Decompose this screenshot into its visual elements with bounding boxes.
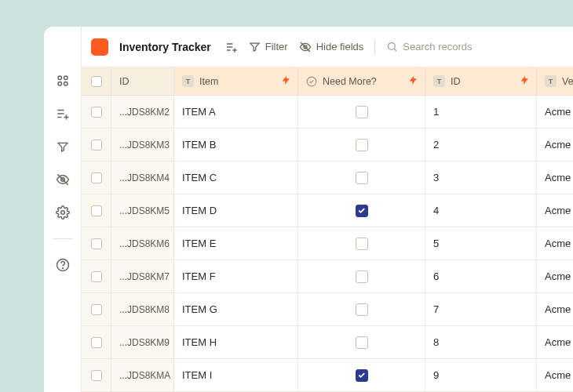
header-need-more[interactable]: Need More? [298,67,425,95]
cell-vendor[interactable]: Acme [537,194,573,227]
cell-id[interactable]: ...JDS8KM6 [111,227,174,260]
table-row[interactable]: ...JDS8KM2ITEM A1Acme [82,96,573,129]
add-row-button[interactable] [225,41,238,53]
need-checkbox[interactable] [356,106,368,118]
cell-vendor[interactable]: Acme [537,260,573,292]
cell-vendor[interactable]: Acme [537,359,573,391]
row-checkbox[interactable] [82,260,111,292]
table-row[interactable]: ...JDS8KM6ITEM E5Acme [82,227,573,260]
cell-id2[interactable]: 8 [425,326,537,358]
cell-id2[interactable]: 6 [425,260,537,292]
table-row[interactable]: ...JDS8KM7ITEM F6Acme [82,260,573,293]
add-row-icon[interactable] [56,107,70,121]
app-logo[interactable] [91,38,108,56]
cell-need-more[interactable] [298,359,425,391]
cell-item[interactable]: ITEM D [174,194,298,227]
need-checkbox[interactable] [356,369,368,382]
apps-icon[interactable] [56,74,70,88]
svg-point-21 [389,43,396,50]
help-icon[interactable] [56,258,70,272]
table-row[interactable]: ...JDS8KMAITEM I9Acme [82,359,573,392]
cell-item[interactable]: ITEM A [174,96,298,128]
cell-id2[interactable]: 4 [425,194,537,227]
cell-need-more[interactable] [298,194,425,227]
cell-id2[interactable]: 9 [425,359,537,391]
table-row[interactable]: ...JDS8KM3ITEM B2Acme [82,129,573,162]
table-row[interactable]: ...JDS8KM8ITEM G7Acme [82,293,573,326]
need-checkbox[interactable] [356,303,368,316]
cell-item[interactable]: ITEM E [174,227,298,260]
table-row[interactable]: ...JDS8KM4ITEM C3Acme [82,162,573,194]
row-checkbox[interactable] [82,96,111,128]
cell-item[interactable]: ITEM G [174,293,298,325]
cell-id[interactable]: ...JDS8KM3 [111,129,174,161]
row-checkbox[interactable] [82,194,111,227]
cell-need-more[interactable] [298,293,425,325]
need-checkbox[interactable] [356,205,368,217]
checkbox-icon [91,107,102,118]
row-checkbox[interactable] [82,227,111,260]
header-checkbox[interactable] [82,67,111,95]
search-input[interactable]: Search records [386,41,472,53]
header-item[interactable]: T Item [174,67,298,95]
header-vendor[interactable]: T Ve [537,67,573,95]
cell-need-more[interactable] [298,260,425,292]
row-checkbox[interactable] [82,162,111,194]
cell-vendor[interactable]: Acme [537,162,573,194]
cell-item[interactable]: ITEM C [174,162,298,194]
cell-id[interactable]: ...JDS8KM9 [111,326,174,358]
cell-item[interactable]: ITEM F [174,260,298,292]
cell-vendor[interactable]: Acme [537,96,573,128]
cell-id[interactable]: ...JDS8KM8 [111,293,174,325]
cell-need-more[interactable] [298,96,425,128]
cell-need-more[interactable] [298,227,425,260]
cell-need-more[interactable] [298,129,425,161]
cell-id[interactable]: ...JDS8KM2 [111,96,174,128]
cell-id2[interactable]: 3 [425,162,537,194]
filter-button[interactable]: Filter [249,41,288,53]
hide-icon[interactable] [56,172,70,187]
need-checkbox[interactable] [356,172,368,184]
cell-id2[interactable]: 7 [425,293,537,325]
cell-id[interactable]: ...JDS8KMA [111,359,174,391]
table-row[interactable]: ...JDS8KM5ITEM D4Acme [82,194,573,227]
checkbox-icon [91,304,102,315]
cell-vendor[interactable]: Acme [537,293,573,325]
data-grid: ID T Item Need More? [82,67,573,392]
text-type-icon: T [545,75,557,87]
need-checkbox[interactable] [356,270,368,283]
cell-item[interactable]: ITEM H [174,326,298,358]
hide-fields-button[interactable]: Hide fields [299,41,364,53]
cell-id[interactable]: ...JDS8KM5 [111,194,174,227]
cell-item[interactable]: ITEM B [174,129,298,161]
cell-vendor[interactable]: Acme [537,129,573,161]
cell-need-more[interactable] [298,162,425,194]
row-checkbox[interactable] [82,359,111,391]
header-id[interactable]: ID [111,67,174,95]
filter-icon[interactable] [56,140,70,154]
table-row[interactable]: ...JDS8KM9ITEM H8Acme [82,326,573,359]
cell-id[interactable]: ...JDS8KM7 [111,260,174,292]
cell-vendor[interactable]: Acme [537,326,573,358]
cell-item[interactable]: ITEM I [174,359,298,391]
row-checkbox[interactable] [82,129,111,161]
checkbox-icon [91,370,102,381]
checkbox-icon [91,76,102,87]
row-checkbox[interactable] [82,326,111,358]
cell-need-more[interactable] [298,326,425,358]
need-checkbox[interactable] [356,238,368,250]
cell-vendor[interactable]: Acme [537,227,573,260]
cell-id2[interactable]: 1 [425,96,537,128]
need-checkbox[interactable] [356,139,368,151]
cell-id[interactable]: ...JDS8KM4 [111,162,174,194]
app-window: Inventory Tracker Filter Hide fields Sea… [44,27,573,392]
settings-icon[interactable] [56,205,70,220]
row-checkbox[interactable] [82,293,111,325]
cell-id2[interactable]: 5 [425,227,537,260]
svg-line-22 [395,49,397,51]
text-type-icon: T [433,75,445,87]
header-id2[interactable]: T ID [425,67,537,95]
need-checkbox[interactable] [356,336,368,349]
cell-id2[interactable]: 2 [425,129,537,161]
grid-body: ...JDS8KM2ITEM A1Acme...JDS8KM3ITEM B2Ac… [82,96,573,392]
